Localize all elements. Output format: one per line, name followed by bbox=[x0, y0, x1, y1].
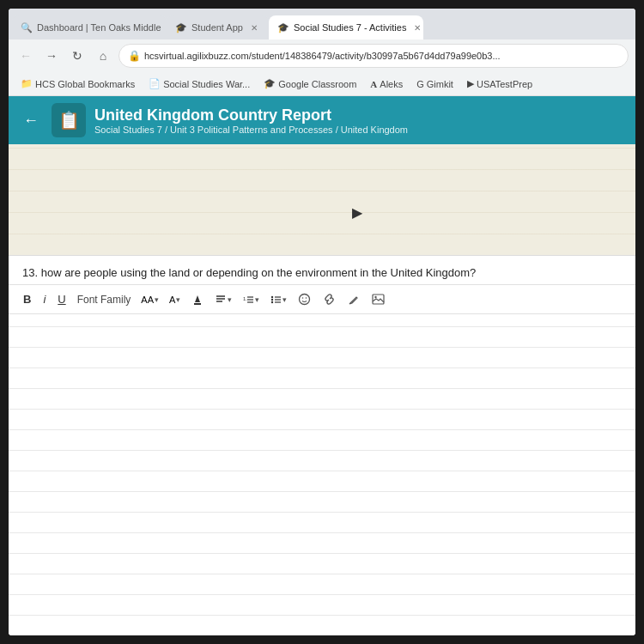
question-area: 13. how are people using the land or dep… bbox=[9, 256, 635, 284]
link-button[interactable] bbox=[319, 290, 340, 308]
activity-header: ← 📋 United Kingdom Country Report Social… bbox=[9, 96, 635, 144]
svg-text:1.: 1. bbox=[243, 296, 247, 301]
unordered-list-arrow: ▾ bbox=[283, 295, 287, 304]
back-nav-button[interactable]: ← bbox=[15, 46, 36, 66]
bookmark-usatestprep[interactable]: ▶ USATestPrep bbox=[462, 76, 538, 91]
font-size-label: AA bbox=[141, 295, 154, 305]
svg-point-9 bbox=[271, 298, 273, 300]
home-button[interactable]: ⌂ bbox=[93, 46, 113, 66]
lock-icon: 🔒 bbox=[128, 50, 141, 62]
bookmark-icon-gc: 🎓 bbox=[264, 78, 276, 89]
reload-button[interactable]: ↻ bbox=[67, 46, 88, 66]
unordered-list-icon bbox=[270, 294, 282, 306]
bookmark-icon-ss: 📄 bbox=[149, 78, 161, 89]
bookmark-label-gc: Google Classroom bbox=[278, 79, 356, 89]
align-dropdown-arrow: ▾ bbox=[228, 295, 232, 304]
bookmark-icon-gimkit: G bbox=[416, 79, 424, 89]
tab-close-3[interactable]: ✕ bbox=[411, 21, 423, 33]
bookmark-label-ss: Social Studies War... bbox=[163, 79, 250, 89]
bookmark-hcs[interactable]: 📁 HCS Global Bookmarks bbox=[15, 76, 140, 91]
browser-chrome: 🔍 Dashboard | Ten Oaks Middle ✕ 🎓 Studen… bbox=[9, 9, 635, 96]
list-unordered-dropdown[interactable]: ▾ bbox=[266, 292, 290, 307]
bold-button[interactable]: B bbox=[19, 290, 35, 308]
bookmark-icon-hcs: 📁 bbox=[21, 78, 33, 89]
svg-point-14 bbox=[300, 295, 310, 305]
pencil-icon bbox=[348, 294, 360, 306]
align-dropdown[interactable]: ▾ bbox=[211, 292, 235, 307]
align-icon bbox=[215, 294, 227, 306]
tab-label-1: Dashboard | Ten Oaks Middle bbox=[37, 22, 161, 33]
textured-content-area: ▶ bbox=[9, 144, 635, 256]
font-size-dropdown-arrow: ▾ bbox=[155, 295, 159, 304]
address-box[interactable]: 🔒 hcsvirtual.agilixbuzz.com/student/1483… bbox=[118, 44, 629, 68]
font-size-up-label: A bbox=[169, 295, 175, 305]
tab-student-app[interactable]: 🎓 Student App ✕ bbox=[167, 15, 269, 39]
bookmark-icon-usa: ▶ bbox=[467, 78, 474, 89]
activity-breadcrumb: Social Studies 7 / Unit 3 Political Patt… bbox=[94, 125, 408, 135]
link-icon bbox=[323, 293, 336, 306]
tab-favicon-3: 🎓 bbox=[277, 21, 289, 33]
activity-back-button[interactable]: ← bbox=[19, 108, 43, 132]
svg-point-19 bbox=[375, 296, 377, 298]
bookmark-google-classroom[interactable]: 🎓 Google Classroom bbox=[258, 76, 361, 91]
font-size-up-dropdown[interactable]: A ▾ bbox=[166, 293, 184, 307]
svg-point-16 bbox=[306, 297, 307, 299]
emoji-icon bbox=[298, 293, 311, 306]
text-color-icon bbox=[191, 294, 204, 306]
image-button[interactable] bbox=[368, 291, 389, 307]
cursor-arrow-icon: ▶ bbox=[352, 205, 362, 220]
bookmarks-bar: 📁 HCS Global Bookmarks 📄 Social Studies … bbox=[9, 72, 635, 96]
bookmark-aleks[interactable]: A Aleks bbox=[365, 77, 408, 91]
page-content: ← 📋 United Kingdom Country Report Social… bbox=[9, 96, 635, 635]
text-color-button[interactable] bbox=[187, 291, 208, 308]
italic-button[interactable]: i bbox=[39, 290, 50, 308]
tab-label-3: Social Studies 7 - Activities bbox=[294, 22, 406, 33]
svg-point-8 bbox=[271, 295, 273, 297]
activity-title: United Kingdom Country Report bbox=[94, 106, 408, 125]
question-text: 13. how are people using the land or dep… bbox=[22, 266, 476, 279]
bookmark-social-studies[interactable]: 📄 Social Studies War... bbox=[143, 76, 255, 91]
ordered-list-arrow: ▾ bbox=[255, 295, 259, 304]
address-text: hcsvirtual.agilixbuzz.com/student/148386… bbox=[144, 51, 501, 61]
tab-bar: 🔍 Dashboard | Ten Oaks Middle ✕ 🎓 Studen… bbox=[9, 9, 635, 39]
svg-point-15 bbox=[302, 297, 304, 299]
svg-point-10 bbox=[271, 301, 273, 302]
bookmark-label-gimkit: Gimkit bbox=[427, 79, 453, 89]
tab-close-2[interactable]: ✕ bbox=[248, 21, 260, 33]
text-editor[interactable] bbox=[9, 314, 635, 635]
bookmark-label-aleks: Aleks bbox=[380, 79, 403, 89]
browser-window: 🔍 Dashboard | Ten Oaks Middle ✕ 🎓 Studen… bbox=[9, 9, 635, 635]
activity-icon: 📋 bbox=[52, 103, 86, 137]
activity-title-block: United Kingdom Country Report Social Stu… bbox=[94, 106, 408, 135]
font-family-selector[interactable]: Font Family bbox=[74, 292, 135, 307]
tab-dashboard[interactable]: 🔍 Dashboard | Ten Oaks Middle ✕ bbox=[12, 15, 167, 39]
forward-nav-button[interactable]: → bbox=[41, 46, 62, 66]
bookmark-label-usa: USATestPrep bbox=[477, 79, 532, 89]
image-icon bbox=[372, 294, 385, 305]
bookmark-label-hcs: HCS Global Bookmarks bbox=[35, 79, 135, 89]
emoji-button[interactable] bbox=[294, 290, 315, 308]
svg-rect-18 bbox=[373, 295, 384, 304]
tab-favicon-1: 🔍 bbox=[21, 21, 33, 33]
bookmark-icon-aleks: A bbox=[370, 79, 377, 89]
font-size-dropdown[interactable]: AA ▾ bbox=[137, 293, 162, 307]
tab-favicon-2: 🎓 bbox=[175, 21, 187, 33]
address-bar-row: ← → ↻ ⌂ 🔒 hcsvirtual.agilixbuzz.com/stud… bbox=[9, 39, 635, 72]
tab-social-studies[interactable]: 🎓 Social Studies 7 - Activities ✕ bbox=[269, 15, 423, 39]
pencil-draw-button[interactable] bbox=[343, 291, 364, 308]
ordered-list-icon: 1. bbox=[242, 294, 254, 306]
cursor-pointer: ▶ bbox=[352, 204, 361, 216]
tab-label-2: Student App bbox=[191, 22, 243, 33]
editor-toolbar: B i U Font Family AA ▾ A ▾ bbox=[9, 284, 635, 314]
font-size-up-arrow: ▾ bbox=[176, 295, 180, 304]
list-ordered-dropdown[interactable]: 1. ▾ bbox=[239, 292, 263, 307]
bookmark-gimkit[interactable]: G Gimkit bbox=[411, 77, 459, 91]
underline-button[interactable]: U bbox=[53, 290, 70, 308]
